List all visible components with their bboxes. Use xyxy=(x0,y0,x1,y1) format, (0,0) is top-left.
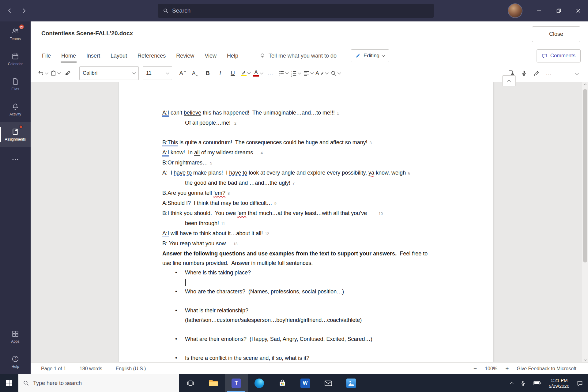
script-text: can’t xyxy=(169,110,184,116)
minimize-button[interactable] xyxy=(529,0,549,21)
ribbon-tab-insert[interactable]: Insert xyxy=(81,47,105,65)
ribbon-tab-layout[interactable]: Layout xyxy=(105,47,132,65)
close-window-button[interactable] xyxy=(568,0,588,21)
ribbon-tab-help[interactable]: Help xyxy=(222,47,243,65)
dictate-button[interactable] xyxy=(518,67,529,80)
word-button[interactable]: W xyxy=(294,374,317,392)
ribbon-tab-file[interactable]: File xyxy=(37,47,56,65)
toolbar-collapse-button[interactable] xyxy=(502,75,516,86)
script-text: B:Or nightmares… xyxy=(162,160,208,166)
italic-button[interactable]: I xyxy=(215,67,225,80)
draw-button[interactable] xyxy=(531,67,541,80)
grow-font-button[interactable]: A xyxy=(177,67,188,80)
scrollbar-thumb[interactable] xyxy=(583,89,587,262)
taskbar-clock[interactable]: 1:21 PM 9/29/2020 xyxy=(549,377,569,389)
font-name-select[interactable]: Calibri xyxy=(79,66,139,80)
zoom-out-button[interactable]: − xyxy=(473,365,477,372)
vertical-scrollbar[interactable] xyxy=(582,82,588,362)
script-text: been through! xyxy=(185,220,219,226)
sidebar-item-more[interactable] xyxy=(0,147,31,172)
paste-button[interactable] xyxy=(50,67,60,80)
editing-label: Editing xyxy=(364,53,379,59)
numbering-button[interactable]: 123 xyxy=(290,67,301,80)
more-commands-button[interactable]: … xyxy=(544,67,554,80)
edge-button[interactable] xyxy=(248,374,271,392)
highlight-button[interactable] xyxy=(240,67,251,80)
script-text: think you should. You owe xyxy=(169,210,237,216)
editing-mode-button[interactable]: Editing xyxy=(351,49,389,62)
word-count[interactable]: 180 words xyxy=(80,366,102,371)
teams-taskbar-button[interactable]: T xyxy=(225,374,248,392)
ribbon-tab-bar: File Home Insert Layout References Revie… xyxy=(31,47,588,65)
script-text: A:Should xyxy=(162,200,185,206)
zoom-in-button[interactable]: + xyxy=(505,365,509,372)
comments-button[interactable]: Comments xyxy=(537,49,581,62)
taskbar-search-box[interactable]: Type here to search xyxy=(18,374,179,392)
tell-me-box[interactable]: Tell me what you want to do xyxy=(259,53,337,59)
sidebar-item-apps[interactable]: Apps xyxy=(0,324,31,349)
help-icon: ? xyxy=(11,355,19,363)
file-explorer-button[interactable] xyxy=(202,374,225,392)
photos-button[interactable] xyxy=(340,374,363,392)
zoom-level[interactable]: 100% xyxy=(485,366,497,371)
microsoft-store-button[interactable] xyxy=(271,374,294,392)
alignment-button[interactable] xyxy=(303,67,313,80)
line-number: 5 xyxy=(210,161,212,165)
format-painter-button[interactable] xyxy=(62,67,73,80)
ribbon-collapse-chevron[interactable] xyxy=(575,71,579,75)
avatar[interactable] xyxy=(508,3,522,18)
assignments-unread-dot xyxy=(19,125,23,129)
restore-button[interactable] xyxy=(549,0,568,21)
sidebar-item-teams[interactable]: @ Teams xyxy=(0,21,31,47)
hidden-icons-chevron[interactable] xyxy=(510,382,514,385)
line-number: 4 xyxy=(261,151,263,155)
shrink-font-button[interactable]: A xyxy=(190,67,200,80)
line-number: 13 xyxy=(233,242,237,246)
feedback-link[interactable]: Give Feedback to Microsoft xyxy=(517,366,576,371)
sidebar-item-activity[interactable]: Activity xyxy=(0,97,31,122)
bold-button[interactable]: B xyxy=(202,67,213,80)
bullets-button[interactable] xyxy=(278,67,288,80)
prompt-bold-text: Answer the following questions and use e… xyxy=(162,251,397,257)
back-button[interactable] xyxy=(7,8,13,14)
underline-button[interactable]: U xyxy=(228,67,238,80)
tell-me-text: Tell me what you want to do xyxy=(269,53,337,59)
script-text: all xyxy=(194,149,200,156)
bullets-container: •Where is this taking place?•Who are the… xyxy=(162,268,447,362)
ribbon-tab-review[interactable]: Review xyxy=(171,47,199,65)
page-count[interactable]: Page 1 of 1 xyxy=(41,366,66,371)
more-font-options-button[interactable]: … xyxy=(265,67,276,80)
forward-button[interactable] xyxy=(21,8,27,14)
font-color-button[interactable]: A xyxy=(253,67,263,80)
blank-line xyxy=(162,296,447,306)
mail-button[interactable] xyxy=(317,374,340,392)
language-indicator[interactable]: English (U.S.) xyxy=(116,366,146,371)
document-page[interactable]: A:I can’t believe this has happened! The… xyxy=(119,82,493,362)
file-icon xyxy=(11,77,19,85)
sidebar-item-label: Calendar xyxy=(8,62,23,66)
tray-microphone-icon[interactable] xyxy=(520,380,526,386)
battery-icon[interactable] xyxy=(533,380,541,386)
scroll-down-arrow[interactable] xyxy=(582,356,588,362)
sidebar-item-calendar[interactable]: Calendar xyxy=(0,47,31,72)
scroll-up-arrow[interactable] xyxy=(582,82,588,88)
close-document-button[interactable]: Close xyxy=(532,26,580,42)
action-center-icon[interactable] xyxy=(577,380,583,386)
styles-button[interactable]: A xyxy=(315,67,328,80)
search-bar[interactable]: Search xyxy=(158,4,434,18)
find-button[interactable] xyxy=(330,67,341,80)
search-placeholder: Search xyxy=(172,7,190,14)
script-line: A:I can’t believe this has happened! The… xyxy=(162,108,447,118)
undo-button[interactable] xyxy=(37,67,48,80)
task-view-button[interactable] xyxy=(179,374,202,392)
titlebar: Search xyxy=(0,0,588,21)
ribbon-tab-view[interactable]: View xyxy=(199,47,222,65)
start-button[interactable] xyxy=(0,374,18,392)
ribbon-tab-home[interactable]: Home xyxy=(56,47,81,65)
font-size-select[interactable]: 11 xyxy=(143,66,172,80)
sidebar-item-assignments[interactable]: Assignments xyxy=(0,122,31,147)
bullet-text: Is there a conflict in the scene and, if… xyxy=(185,353,309,362)
sidebar-item-files[interactable]: Files xyxy=(0,72,31,97)
sidebar-item-help[interactable]: ? Help xyxy=(0,349,31,374)
ribbon-tab-references[interactable]: References xyxy=(132,47,171,65)
